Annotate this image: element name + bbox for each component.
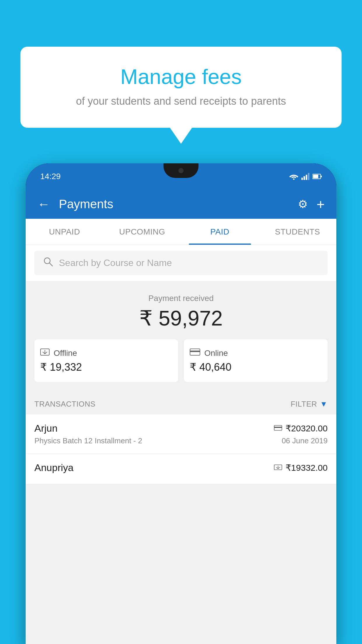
online-amount: ₹ 40,640 [190,361,322,373]
add-button[interactable]: + [317,196,325,212]
camera [178,168,184,173]
tab-upcoming[interactable]: UPCOMING [103,219,181,245]
status-icons [289,173,322,180]
online-card-header: Online [190,348,322,358]
search-box[interactable]: Search by Course or Name [34,251,328,275]
bubble-subtitle: of your students and send receipts to pa… [32,95,330,107]
filter-button[interactable]: FILTER ▼ [291,400,328,409]
offline-icon [40,348,50,358]
svg-rect-2 [304,176,305,180]
transaction-row-top: Arjun ₹20320.00 [34,423,328,434]
payment-cards: Offline ₹ 19,332 [34,339,328,382]
status-time: 14:29 [40,172,61,181]
speech-bubble: Manage fees of your students and send re… [20,47,342,128]
transaction-row-bottom: Physics Batch 12 Installment - 2 06 June… [34,436,328,445]
app-header: ← Payments ⚙ + [26,190,336,219]
bubble-title: Manage fees [32,64,330,89]
filter-label: FILTER [291,400,317,409]
svg-rect-7 [321,176,322,177]
transaction-name: Anupriya [34,462,73,473]
svg-rect-3 [306,175,307,180]
transaction-date: 06 June 2019 [282,436,328,445]
page-title: Payments [59,197,289,211]
transaction-amount: ₹20320.00 [286,423,328,433]
back-button[interactable]: ← [37,198,50,211]
transaction-row-top: Anupriya ₹19332.00 [34,462,328,473]
online-payment-card: Online ₹ 40,640 [184,339,328,382]
tab-unpaid[interactable]: UNPAID [26,219,103,245]
transaction-course: Physics Batch 12 Installment - 2 [34,436,142,445]
search-container: Search by Course or Name [26,245,336,281]
signal-icon [301,173,310,180]
offline-payment-card: Offline ₹ 19,332 [34,339,178,382]
search-icon [43,257,53,269]
transaction-type-icon [274,425,282,432]
tab-students[interactable]: STUDENTS [259,219,337,245]
phone-frame: 14:29 [26,163,336,644]
transaction-amount: ₹19332.00 [286,463,328,473]
offline-card-header: Offline [40,348,172,358]
header-actions: ⚙ + [298,196,325,212]
phone-notch [164,163,198,178]
transaction-amount-row: ₹19332.00 [274,463,328,473]
search-placeholder: Search by Course or Name [59,258,172,268]
svg-point-0 [293,178,295,180]
transaction-name: Arjun [34,423,57,434]
transaction-amount-row: ₹20320.00 [274,423,328,433]
speech-bubble-container: Manage fees of your students and send re… [20,47,342,128]
status-bar: 14:29 [26,163,336,190]
online-label: Online [204,349,228,358]
phone-screen: UNPAID UPCOMING PAID STUDENTS [26,219,336,644]
transaction-type-icon [274,464,282,472]
payment-summary: Payment received ₹ 59,972 [26,282,336,391]
filter-icon: ▼ [320,400,328,409]
svg-line-9 [49,263,52,266]
settings-icon[interactable]: ⚙ [298,198,308,211]
svg-rect-15 [274,427,282,428]
transaction-item[interactable]: Arjun ₹20320.00 Physics Batch 12 Install… [26,414,336,454]
battery-icon [312,174,322,179]
svg-rect-13 [190,351,200,352]
offline-label: Offline [54,349,77,358]
transactions-label: TRANSACTIONS [34,400,96,409]
tab-paid[interactable]: PAID [181,219,259,245]
svg-rect-6 [313,175,318,178]
tabs-bar: UNPAID UPCOMING PAID STUDENTS [26,219,336,245]
svg-rect-1 [301,178,303,180]
transactions-header: TRANSACTIONS FILTER ▼ [26,391,336,414]
payment-received-label: Payment received [34,294,328,303]
svg-rect-4 [308,173,310,180]
offline-amount: ₹ 19,332 [40,361,172,373]
transaction-item[interactable]: Anupriya ₹19332.00 [26,454,336,484]
card-icon [190,348,200,358]
payment-total-amount: ₹ 59,972 [34,306,328,330]
wifi-icon [289,173,298,180]
